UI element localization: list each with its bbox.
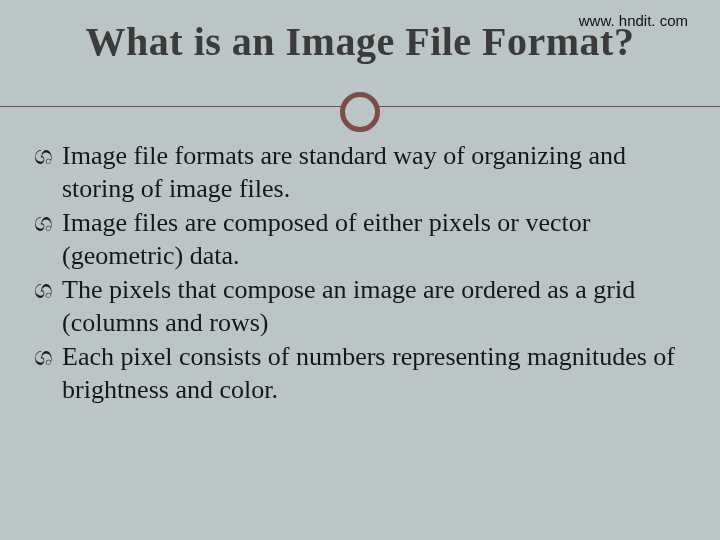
title-divider	[0, 88, 720, 128]
list-item: ශ Image file formats are standard way of…	[34, 140, 686, 205]
list-item: ශ Image files are composed of either pix…	[34, 207, 686, 272]
slide: www. hndit. com What is an Image File Fo…	[0, 0, 720, 540]
bullet-text: Each pixel consists of numbers represent…	[62, 341, 686, 406]
bullet-icon: ශ	[34, 140, 62, 205]
divider-ring-icon	[340, 92, 380, 132]
bullet-text: Image files are composed of either pixel…	[62, 207, 686, 272]
bullet-icon: ශ	[34, 341, 62, 406]
bullet-text: Image file formats are standard way of o…	[62, 140, 686, 205]
list-item: ශ Each pixel consists of numbers represe…	[34, 341, 686, 406]
list-item: ශ The pixels that compose an image are o…	[34, 274, 686, 339]
body-text: ශ Image file formats are standard way of…	[34, 140, 686, 408]
bullet-icon: ශ	[34, 274, 62, 339]
bullet-icon: ශ	[34, 207, 62, 272]
bullet-text: The pixels that compose an image are ord…	[62, 274, 686, 339]
slide-title: What is an Image File Format?	[0, 18, 720, 65]
